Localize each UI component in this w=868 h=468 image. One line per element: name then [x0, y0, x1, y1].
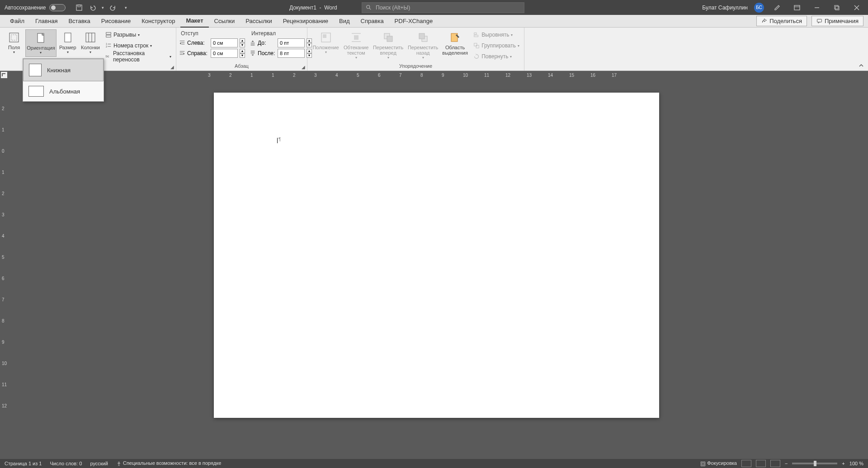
status-focus[interactable]: Фокусировка — [700, 460, 737, 466]
paragraph-group-label: Абзац — [179, 63, 304, 70]
share-button[interactable]: Поделиться — [756, 16, 807, 26]
spacing-before-icon — [250, 40, 256, 46]
status-page[interactable]: Страница 1 из 1 — [5, 461, 42, 466]
close-button[interactable] — [850, 0, 863, 15]
size-button[interactable]: Размер ▾ — [57, 29, 79, 56]
chevron-down-icon: ▾ — [67, 50, 69, 54]
tab-references[interactable]: Ссылки — [209, 15, 241, 28]
svg-rect-51 — [476, 45, 479, 48]
minimize-button[interactable] — [810, 0, 824, 15]
ruler-scale: 3211234567891011121314151617 — [167, 71, 868, 79]
user-avatar[interactable]: БС — [754, 3, 764, 13]
status-accessibility[interactable]: Специальные возможности: все в порядке — [116, 460, 221, 466]
tab-insert[interactable]: Вставка — [63, 15, 95, 28]
chevron-down-icon: ▾ — [510, 55, 512, 59]
tab-layout[interactable]: Макет — [180, 15, 208, 28]
tab-file[interactable]: Файл — [5, 15, 30, 28]
vertical-ruler[interactable]: 210123456789101112 — [0, 79, 8, 459]
chevron-down-icon: ▾ — [150, 44, 152, 48]
undo-dropdown-icon[interactable]: ▾ — [102, 5, 104, 10]
ribbon-display-icon[interactable] — [790, 0, 804, 15]
doc-name-text: Документ1 — [289, 5, 316, 11]
zoom-level[interactable]: 100 % — [849, 461, 863, 466]
svg-point-52 — [118, 462, 119, 463]
document-page[interactable] — [214, 93, 659, 418]
comments-button[interactable]: Примечания — [811, 16, 863, 26]
svg-rect-12 — [9, 33, 19, 42]
zoom-slider-knob[interactable] — [814, 461, 816, 466]
ruler-tick: 1 — [250, 73, 253, 78]
spacing-after-icon — [250, 50, 256, 56]
qat-more-icon[interactable]: ▾ — [125, 5, 127, 10]
ribbon-collapse-icon[interactable] — [858, 62, 864, 69]
tab-view[interactable]: Вид — [334, 15, 355, 28]
text-cursor — [277, 138, 281, 143]
maximize-button[interactable] — [830, 0, 844, 15]
chevron-down-icon: ▾ — [422, 56, 424, 60]
indent-right-input[interactable] — [211, 49, 238, 58]
columns-button[interactable]: Колонки ▾ — [79, 29, 102, 56]
margins-label: Поля — [8, 45, 20, 50]
ruler-v-tick: 0 — [2, 149, 5, 154]
autosave-toggle[interactable] — [49, 4, 66, 11]
wrap-icon — [350, 31, 363, 44]
orientation-landscape-item[interactable]: Альбомная — [23, 81, 104, 101]
ruler-tick: 3 — [208, 73, 211, 78]
focus-icon — [700, 461, 706, 467]
tab-pdfxchange[interactable]: PDF-XChange — [389, 15, 439, 28]
indent-left-input[interactable] — [211, 38, 238, 47]
orientation-button[interactable]: Ориентация ▾ — [25, 29, 56, 57]
orientation-portrait-item[interactable]: Книжная — [23, 59, 104, 81]
tab-review[interactable]: Рецензирование — [278, 15, 334, 28]
indent-left-up[interactable]: ▲ — [240, 38, 245, 43]
send-backward-label: Переместить назад — [406, 45, 439, 56]
svg-rect-53 — [701, 462, 705, 466]
selection-pane-label: Область выделения — [441, 45, 469, 56]
tab-design[interactable]: Конструктор — [136, 15, 180, 28]
selection-pane-button[interactable]: Область выделения — [440, 29, 470, 57]
search-box[interactable]: Поиск (Alt+Ы) — [362, 2, 524, 13]
spacing-after-input[interactable] — [278, 49, 305, 58]
web-layout-button[interactable] — [770, 460, 780, 467]
svg-rect-20 — [106, 35, 111, 37]
status-bar: Страница 1 из 1 Число слов: 0 русский Сп… — [0, 459, 868, 468]
align-button: Выровнять ▾ — [472, 29, 521, 40]
tab-home[interactable]: Главная — [30, 15, 63, 28]
zoom-slider[interactable] — [792, 463, 837, 464]
tab-draw[interactable]: Рисование — [96, 15, 136, 28]
indent-right-up[interactable]: ▲ — [240, 49, 245, 53]
margins-button[interactable]: Поля ▾ — [3, 29, 25, 56]
comment-icon — [816, 18, 822, 24]
page-setup-dialog-launcher[interactable]: ◢ — [170, 65, 174, 70]
group-label: Группировать — [481, 42, 516, 49]
tab-help[interactable]: Справка — [355, 15, 389, 28]
breaks-button[interactable]: Разрывы ▾ — [104, 29, 173, 40]
ruler-tick: 3 — [314, 73, 317, 78]
redo-icon[interactable] — [108, 3, 118, 12]
user-name[interactable]: Булат Сафиуллин — [702, 5, 748, 11]
undo-icon[interactable] — [88, 3, 97, 12]
hyphenation-button[interactable]: bc Расстановка переносов ▾ — [104, 51, 173, 62]
paragraph-dialog-launcher[interactable]: ◢ — [302, 65, 305, 70]
zoom-in-button[interactable]: + — [842, 461, 844, 466]
read-mode-button[interactable] — [741, 460, 751, 467]
zoom-out-button[interactable]: − — [785, 461, 788, 466]
line-numbers-button[interactable]: 12 Номера строк ▾ — [104, 40, 173, 51]
spacing-before-input[interactable] — [278, 38, 305, 47]
status-language[interactable]: русский — [90, 461, 108, 466]
save-icon[interactable] — [75, 3, 84, 12]
indent-left-down[interactable]: ▼ — [240, 43, 245, 47]
tab-mailings[interactable]: Рассылки — [240, 15, 277, 28]
portrait-label: Книжная — [47, 67, 71, 74]
document-area[interactable] — [8, 79, 868, 459]
indent-header: Отступ — [179, 29, 245, 37]
horizontal-ruler[interactable]: 3211234567891011121314151617 — [0, 71, 868, 79]
print-layout-button[interactable] — [756, 460, 766, 467]
pen-icon[interactable] — [770, 0, 784, 15]
position-label: Положение — [312, 45, 339, 50]
indent-right-down[interactable]: ▼ — [240, 53, 245, 58]
status-words[interactable]: Число слов: 0 — [50, 461, 82, 466]
tab-selector[interactable] — [1, 72, 7, 78]
indent-right-icon — [179, 50, 185, 56]
position-icon — [320, 31, 332, 44]
